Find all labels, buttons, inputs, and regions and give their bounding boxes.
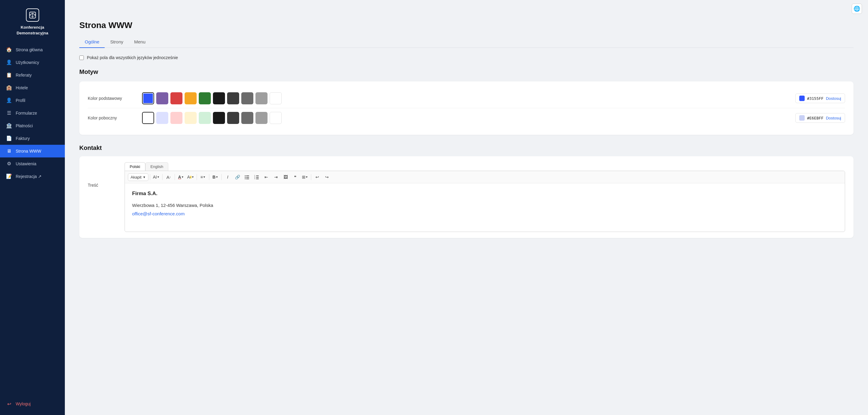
primary-swatch-6[interactable] — [227, 92, 239, 104]
secondary-swatch-8[interactable] — [255, 112, 268, 124]
show-languages-row: Pokaż pola dla wszystkich języków jednoc… — [79, 55, 854, 60]
payments-icon: 🏦 — [6, 123, 12, 129]
tab-menu[interactable]: Menu — [129, 36, 151, 48]
toolbar-ordered-list-btn[interactable]: 1.2.3. — [252, 173, 261, 181]
toolbar-table-btn[interactable]: ⊞▼ — [300, 173, 309, 181]
secondary-swatch-2[interactable] — [170, 112, 183, 124]
toolbar-italic-btn[interactable]: I — [223, 173, 232, 181]
toolbar-font-size-btn[interactable]: A↕ — [164, 173, 173, 181]
website-icon: 🖥 — [6, 148, 12, 154]
sidebar: Konferencja Demonstracyjna 🏠 Strona głów… — [0, 0, 65, 415]
toolbar-redo-btn[interactable]: ↪ — [322, 173, 332, 181]
sidebar-item-strona-www[interactable]: 🖥 Strona WWW — [0, 145, 65, 157]
sidebar-item-ustawienia[interactable]: ⚙ Ustawienia — [0, 157, 65, 170]
lang-tab-english[interactable]: English — [145, 162, 168, 171]
home-icon: 🏠 — [6, 47, 12, 53]
secondary-swatch-7[interactable] — [241, 112, 253, 124]
secondary-swatch-1[interactable] — [156, 112, 168, 124]
sidebar-item-label: Rejestracja ↗ — [16, 174, 42, 179]
sidebar-item-label: Referaty — [16, 73, 32, 77]
sidebar-logo-icon — [26, 8, 39, 22]
editor-body[interactable]: Firma S.A. Wierzbowa 1, 12-456 Warszawa,… — [125, 183, 845, 232]
profile-icon: 👤 — [6, 97, 12, 103]
sidebar-item-uzytkownicy[interactable]: 👤 Użytkownicy — [0, 56, 65, 69]
firm-email[interactable]: office@sf-conference.com — [132, 211, 185, 216]
toolbar-ai-btn[interactable]: AI ▼ — [152, 173, 161, 181]
toolbar-bold-btn[interactable]: B▼ — [211, 173, 220, 181]
contact-label-col: Treść — [88, 162, 115, 232]
primary-swatch-9[interactable] — [270, 92, 282, 104]
secondary-swatch-0[interactable] — [142, 112, 154, 124]
secondary-swatch-9[interactable] — [270, 112, 282, 124]
primary-color-hex: #3155FF — [807, 96, 824, 101]
sidebar-nav: 🏠 Strona główna 👤 Użytkownicy 📋 Referaty… — [0, 43, 65, 393]
secondary-color-hex: #E6EBFF — [807, 116, 824, 120]
sidebar-item-rejestracja[interactable]: 📝 Rejestracja ↗ — [0, 170, 65, 183]
secondary-swatch-5[interactable] — [213, 112, 225, 124]
show-languages-checkbox[interactable] — [79, 56, 84, 60]
sidebar-item-faktury[interactable]: 📄 Faktury — [0, 132, 65, 145]
sidebar-item-label: Faktury — [16, 136, 30, 141]
globe-button[interactable]: 🌐 — [852, 4, 862, 14]
toolbar-link-btn[interactable]: 🔗 — [233, 173, 242, 181]
toolbar-divider-6 — [221, 174, 222, 180]
lang-tabs: Polski English — [125, 162, 845, 171]
sidebar-item-hotele[interactable]: 🏨 Hotele — [0, 82, 65, 94]
lang-tab-polski[interactable]: Polski — [125, 162, 145, 171]
toolbar-highlight-btn[interactable]: A▪▼ — [186, 173, 195, 181]
primary-swatch-5[interactable] — [213, 92, 225, 104]
secondary-swatch-3[interactable] — [185, 112, 197, 124]
primary-color-adjust[interactable]: Dostosuj — [826, 96, 841, 101]
sidebar-item-wyloguj[interactable]: ↩ Wyloguj — [0, 397, 65, 410]
sidebar-item-profil[interactable]: 👤 Profil — [0, 94, 65, 107]
toolbar-quote-btn[interactable]: ❝ — [291, 173, 300, 181]
papers-icon: 📋 — [6, 72, 12, 78]
sidebar-item-referaty[interactable]: 📋 Referaty — [0, 69, 65, 82]
primary-swatch-1[interactable] — [156, 92, 168, 104]
paragraph-select[interactable]: Akapit ▼ — [128, 173, 148, 181]
primary-color-value-box: #3155FF Dostosuj — [795, 94, 845, 103]
secondary-swatch-4[interactable] — [199, 112, 211, 124]
secondary-color-adjust[interactable]: Dostosuj — [826, 116, 841, 120]
editor-wrapper: Akapit ▼ AI ▼ A↕ A▼ A▪▼ — [125, 171, 845, 232]
primary-swatch-4[interactable] — [199, 92, 211, 104]
forms-icon: ☰ — [6, 110, 12, 116]
primary-swatch-0[interactable] — [142, 92, 154, 104]
firm-name: Firma S.A. — [132, 189, 838, 197]
topbar: 🌐 — [65, 0, 868, 18]
secondary-color-row: Kolor poboczny #E6EBFF Dostosuj — [88, 108, 845, 128]
svg-rect-2 — [246, 175, 249, 176]
toolbar-divider-3 — [175, 174, 175, 180]
main-content: 🌐 Strona WWW Ogólne Strony Menu Pokaż po… — [65, 0, 868, 415]
registration-icon: 📝 — [6, 173, 12, 180]
toolbar-image-btn[interactable]: 🖼 — [281, 173, 290, 181]
primary-swatch-7[interactable] — [241, 92, 253, 104]
toolbar-text-color-btn[interactable]: A▼ — [177, 173, 185, 181]
main-tabs: Ogólne Strony Menu — [79, 36, 854, 48]
sidebar-item-label: Wyloguj — [16, 402, 31, 406]
primary-swatch-8[interactable] — [255, 92, 268, 104]
sidebar-item-label: Użytkownicy — [16, 60, 39, 65]
toolbar-undo-btn[interactable]: ↩ — [313, 173, 322, 181]
sidebar-logo: Konferencja Demonstracyjna — [0, 0, 65, 43]
toolbar-indent-btn[interactable]: ⇥ — [272, 173, 280, 181]
svg-point-1 — [245, 175, 246, 177]
toolbar-unordered-list-btn[interactable] — [243, 173, 251, 181]
primary-color-label: Kolor podstawowy — [88, 96, 142, 101]
sidebar-item-platnosci[interactable]: 🏦 Płatności — [0, 120, 65, 132]
firm-address: Wierzbowa 1, 12-456 Warszawa, Polska — [132, 202, 838, 209]
contact-inner: Treść Polski English — [88, 162, 845, 232]
secondary-color-dot — [799, 115, 805, 121]
sidebar-item-formularze[interactable]: ☰ Formularze — [0, 107, 65, 120]
svg-rect-10 — [256, 177, 259, 178]
primary-swatch-2[interactable] — [170, 92, 183, 104]
primary-swatch-3[interactable] — [185, 92, 197, 104]
tab-ogolne[interactable]: Ogólne — [79, 36, 105, 48]
toolbar-align-btn[interactable]: ≡▼ — [198, 173, 208, 181]
tab-strony[interactable]: Strony — [105, 36, 128, 48]
sidebar-item-strona-glowna[interactable]: 🏠 Strona główna — [0, 43, 65, 56]
svg-rect-4 — [246, 177, 249, 178]
secondary-swatch-6[interactable] — [227, 112, 239, 124]
toolbar-outdent-btn[interactable]: ⇤ — [262, 173, 271, 181]
primary-color-swatches — [142, 92, 790, 104]
